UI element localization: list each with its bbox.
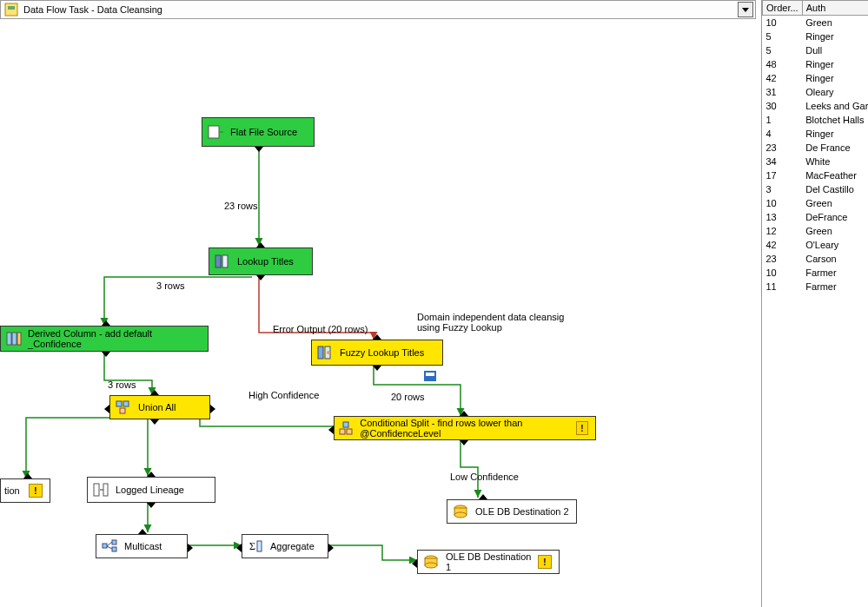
svg-rect-2 xyxy=(209,126,219,138)
chevron-down-icon xyxy=(742,8,749,12)
cell-order: 3 xyxy=(763,182,803,196)
table-row[interactable]: 11Farmer xyxy=(763,280,869,294)
derived-column-icon xyxy=(4,331,23,346)
cell-auth: Blotchet Halls xyxy=(802,113,868,127)
node-fuzzy-lookup[interactable]: Fuzzy Lookup Titles xyxy=(311,340,443,366)
table-row[interactable]: 23De France xyxy=(763,141,869,155)
table-header-order[interactable]: Order... xyxy=(763,1,803,16)
table-header-auth[interactable]: Auth xyxy=(802,1,868,16)
flow-label: 3 rows xyxy=(156,280,184,291)
table-row[interactable]: 10Farmer xyxy=(763,266,869,280)
node-ole-db-destination-1[interactable]: OLE DB Destination 1 ! xyxy=(417,550,560,574)
cell-order: 11 xyxy=(763,280,803,294)
table-row[interactable]: 5Ringer xyxy=(763,30,869,43)
table-row[interactable]: 31Oleary xyxy=(763,85,869,99)
cell-auth: Green xyxy=(802,16,868,30)
cell-auth: Ringer xyxy=(802,30,868,43)
titlebar-dropdown-button[interactable] xyxy=(738,2,753,17)
table-row[interactable]: 5Dull xyxy=(763,43,869,57)
node-label: Flat File Source xyxy=(230,127,297,137)
node-ole-db-destination-truncated[interactable]: tion ! xyxy=(0,478,50,503)
node-logged-lineage[interactable]: Logged Lineage xyxy=(87,477,215,503)
cell-auth: Carson xyxy=(802,252,868,266)
flow-label: 20 rows xyxy=(391,392,425,402)
flow-label: High Confidence xyxy=(248,390,319,400)
aggregate-icon: Σ xyxy=(246,538,265,554)
svg-rect-24 xyxy=(103,544,107,548)
table-row[interactable]: 10Green xyxy=(763,16,869,30)
svg-rect-14 xyxy=(123,401,129,406)
svg-rect-6 xyxy=(12,333,17,345)
svg-rect-18 xyxy=(347,429,352,434)
svg-point-10 xyxy=(327,351,330,354)
warning-icon: ! xyxy=(538,555,552,569)
cell-order: 13 xyxy=(763,210,803,224)
cell-order: 5 xyxy=(763,30,803,43)
node-label: Lookup Titles xyxy=(237,256,294,267)
database-icon xyxy=(451,504,470,519)
flow-annotation: Domain independent data cleansig using F… xyxy=(417,312,573,333)
node-label: Conditional Split - find rows lower than… xyxy=(360,418,575,439)
table-row[interactable]: 1Blotchet Halls xyxy=(763,113,869,127)
cell-order: 10 xyxy=(763,16,803,30)
cell-order: 34 xyxy=(763,155,803,168)
node-multicast[interactable]: Multicast xyxy=(96,534,188,558)
fuzzy-lookup-icon xyxy=(315,345,335,360)
svg-rect-17 xyxy=(340,429,345,434)
svg-point-23 xyxy=(454,512,467,518)
node-union-all[interactable]: Union All xyxy=(109,395,210,419)
svg-rect-20 xyxy=(103,484,108,496)
table-row[interactable]: 42O'Leary xyxy=(763,238,869,252)
node-label: Derived Column - add default _Confidence xyxy=(28,328,201,349)
flow-label: Low Confidence xyxy=(450,472,519,482)
warning-icon: ! xyxy=(576,421,588,435)
node-label: Aggregate xyxy=(270,541,315,551)
task-icon xyxy=(4,3,18,16)
table-row[interactable]: 12Green xyxy=(763,224,869,238)
data-viewer-table[interactable]: Order... Auth 10Green5Ringer5Dull48Ringe… xyxy=(761,0,868,607)
svg-rect-13 xyxy=(116,401,122,406)
table-row[interactable]: 4Ringer xyxy=(763,127,869,141)
svg-rect-1 xyxy=(8,6,15,10)
conditional-split-icon xyxy=(338,420,354,436)
titlebar: Data Flow Task - Data Cleansing xyxy=(0,0,756,19)
table-row[interactable]: 10Green xyxy=(763,196,869,210)
cell-auth: Farmer xyxy=(802,280,868,294)
node-conditional-split[interactable]: Conditional Split - find rows lower than… xyxy=(334,416,596,440)
multicast-icon xyxy=(100,538,119,554)
table-row[interactable]: 42Ringer xyxy=(763,71,869,85)
node-flat-file-source[interactable]: Flat File Source xyxy=(202,117,315,147)
cell-order: 23 xyxy=(763,252,803,266)
node-derived-column[interactable]: Derived Column - add default _Confidence xyxy=(0,326,209,352)
node-label: OLE DB Destination 1 xyxy=(446,551,538,572)
table-row[interactable]: 34White xyxy=(763,155,869,168)
table-row[interactable]: 13DeFrance xyxy=(763,210,869,224)
table-row[interactable]: 3Del Castillo xyxy=(763,182,869,196)
cell-order: 42 xyxy=(763,238,803,252)
svg-rect-25 xyxy=(112,540,116,544)
cell-order: 17 xyxy=(763,168,803,182)
node-badge-icon xyxy=(424,371,436,383)
node-lookup-titles[interactable]: Lookup Titles xyxy=(209,247,313,275)
cell-order: 23 xyxy=(763,141,803,155)
database-icon xyxy=(421,554,441,570)
cell-order: 12 xyxy=(763,224,803,238)
cell-order: 10 xyxy=(763,266,803,280)
node-aggregate[interactable]: Σ Aggregate xyxy=(242,534,328,558)
table-row[interactable]: 23Carson xyxy=(763,252,869,266)
warning-icon: ! xyxy=(29,484,43,498)
flow-label: Error Output (20 rows) xyxy=(273,324,368,334)
cell-order: 1 xyxy=(763,113,803,127)
svg-rect-8 xyxy=(318,346,323,359)
node-ole-db-destination-2[interactable]: OLE DB Destination 2 xyxy=(447,499,577,524)
svg-rect-7 xyxy=(17,333,21,345)
dataflow-canvas[interactable]: Flat File Source Lookup Titles Derived C… xyxy=(0,20,756,607)
table-row[interactable]: 48Ringer xyxy=(763,57,869,71)
flow-label: 3 rows xyxy=(108,379,136,390)
cell-order: 42 xyxy=(763,71,803,85)
svg-point-31 xyxy=(425,563,437,568)
cell-auth: Leeks and Garlic xyxy=(802,99,868,113)
table-row[interactable]: 17MacFeather xyxy=(763,168,869,182)
table-row[interactable]: 30 Leeks and Garlic xyxy=(763,99,869,113)
titlebar-label: Data Flow Task - Data Cleansing xyxy=(23,4,162,15)
